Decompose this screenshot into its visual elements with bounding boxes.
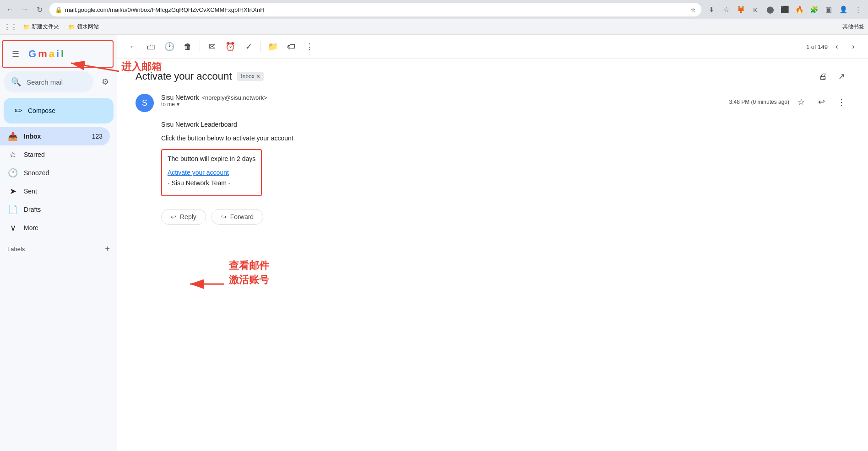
folder-icon: 📁 [23,24,30,30]
forward-button[interactable]: → [18,3,31,16]
ext-icon[interactable]: 🧩 [808,3,820,16]
sent-icon: ➤ [7,186,18,197]
address-bar[interactable]: 🔒 mail.google.com/mail/u/0/#inbox/FMfcgz… [49,3,701,16]
drafts-label: Drafts [24,206,103,213]
reply-button[interactable]: ↩ Reply [161,209,206,225]
star-page-icon[interactable]: ☆ [690,6,696,13]
email-header: S Sisu Network <noreply@sisu.network> to… [136,94,850,112]
snooze-button[interactable]: ⏰ [222,38,239,55]
grid-icon[interactable]: ⬛ [778,3,791,16]
pagination-text: 1 of 149 [806,43,828,50]
sent-label: Sent [24,188,103,195]
compose-label: Compose [28,107,55,114]
back-to-inbox-button[interactable]: ← [125,38,141,55]
search-bar[interactable]: 🔍 Search mail [4,71,93,92]
download-icon[interactable]: ⬇ [705,3,718,16]
activate-link[interactable]: Activate your account [168,169,229,176]
timestamp-text: 3:48 PM (0 minutes ago) [729,99,789,105]
url-text: mail.google.com/mail/u/0/#inbox/FMfcgzGq… [65,6,688,13]
next-email-button[interactable]: › [846,39,861,54]
folder-icon-2: 📁 [68,24,75,30]
search-placeholder: Search mail [27,78,63,86]
more-email-options[interactable]: ⋮ [833,94,850,110]
add-label-button[interactable]: + [105,244,110,254]
bookmark-folder-2[interactable]: 📁 领水网站 [65,21,103,32]
archive-button[interactable]: 🗃 [143,38,159,55]
email-meta: Sisu Network <noreply@sisu.network> to m… [161,94,722,107]
email-content-area: Activate your account Inbox × 🖨 ↗ S Sisu… [117,59,868,451]
bookmark-label: 新建文件夹 [32,23,59,31]
reply-quick-button[interactable]: ↩ [813,94,830,110]
to-label: to me [161,101,175,107]
add-task-button[interactable]: ✓ [240,38,257,55]
more-options-button[interactable]: ⋮ [301,38,318,55]
move-to-button[interactable]: 📁 [265,38,281,55]
inbox-badge: 123 [92,133,103,140]
remove-tag-button[interactable]: × [256,73,260,80]
print-button[interactable]: 🖨 [815,68,831,85]
sender-address: <noreply@sisu.network> [201,94,267,101]
to-me-row[interactable]: to me ▾ [161,101,722,107]
refresh-button[interactable]: ↻ [33,3,46,16]
sidebar-item-inbox[interactable]: 📥 Inbox 123 [0,127,110,145]
sidebar-item-starred[interactable]: ☆ Starred [0,145,110,164]
forward-label: Forward [230,213,254,220]
inbox-tag: Inbox × [237,72,264,81]
sidebar-icon[interactable]: ▣ [822,3,835,16]
report-spam-button[interactable]: 🕐 [161,38,178,55]
labels-section: Labels + [0,241,117,258]
body-highlight-text: The button will expire in 2 days [168,154,255,164]
sidebar: ☰ Gmail 🔍 Search mail ⚙ ✏ Compose 📥 Inbo… [0,35,117,451]
email-body: Sisu Network Leaderboard Click the butto… [161,119,850,198]
starred-label: Starred [24,151,103,158]
label-button[interactable]: 🏷 [283,38,299,55]
inbox-icon: 📥 [7,131,18,142]
snoozed-icon: 🕐 [7,167,18,178]
other-bookmarks[interactable]: 其他书签 [842,23,864,31]
starred-icon: ☆ [7,149,18,160]
more-chevron-icon: ∨ [7,222,18,233]
search-filter-button[interactable]: ⚙ [97,74,114,90]
more-label: More [24,224,103,231]
fire-icon[interactable]: 🔥 [793,3,806,16]
delete-button[interactable]: 🗑 [179,38,196,55]
back-button[interactable]: ← [4,3,16,16]
forward-button[interactable]: ↪ Forward [212,209,263,225]
open-in-new-button[interactable]: ↗ [833,68,850,85]
browser-nav-buttons: ← → ↻ [4,3,46,16]
sidebar-item-snoozed[interactable]: 🕐 Snoozed [0,164,110,182]
compose-button[interactable]: ✏ Compose [4,98,114,123]
prev-email-button[interactable]: ‹ [830,39,844,54]
reply-icon: ↩ [171,213,176,220]
sidebar-item-sent[interactable]: ➤ Sent [0,182,110,200]
gmail-logo: Gmail [28,48,64,60]
reply-label: Reply [180,213,196,220]
email-message: S Sisu Network <noreply@sisu.network> to… [136,94,850,225]
bookmark-folder-1[interactable]: 📁 新建文件夹 [19,21,63,32]
main-content: ← 🗃 🕐 🗑 ✉ ⏰ ✓ 📁 🏷 ⋮ 1 of 149 ‹ › Activat… [117,35,868,451]
user-avatar[interactable]: 👤 [837,3,850,16]
lock-icon: 🔒 [55,6,62,13]
circle-icon[interactable]: ⬤ [764,3,776,16]
k-icon[interactable]: K [749,3,762,16]
gmail-g: G [28,48,36,60]
menu-dots[interactable]: ⋮ [852,3,864,16]
email-highlight-box: The button will expire in 2 days Activat… [161,149,262,196]
body-line-2: Click the button below to activate your … [161,133,850,143]
email-timestamp: 3:48 PM (0 minutes ago) ☆ ↩ ⋮ [729,94,850,110]
fox-icon[interactable]: 🦊 [734,3,747,16]
menu-button[interactable]: ☰ [6,45,25,63]
search-container: 🔍 Search mail ⚙ [0,71,117,98]
mark-unread-button[interactable]: ✉ [204,38,220,55]
email-subject-row: Activate your account Inbox × 🖨 ↗ [136,68,850,85]
bookmark-label-2: 领水网站 [77,23,99,31]
star-icon[interactable]: ☆ [720,3,732,16]
sidebar-item-drafts[interactable]: 📄 Drafts [0,200,110,219]
compose-icon: ✏ [15,105,22,116]
toolbar-separator-2 [260,41,261,52]
email-subject-actions: 🖨 ↗ [815,68,850,85]
drafts-icon: 📄 [7,204,18,215]
sidebar-item-more[interactable]: ∨ More [0,219,110,237]
expand-icon: ▾ [177,101,179,107]
star-email-button[interactable]: ☆ [793,94,809,110]
